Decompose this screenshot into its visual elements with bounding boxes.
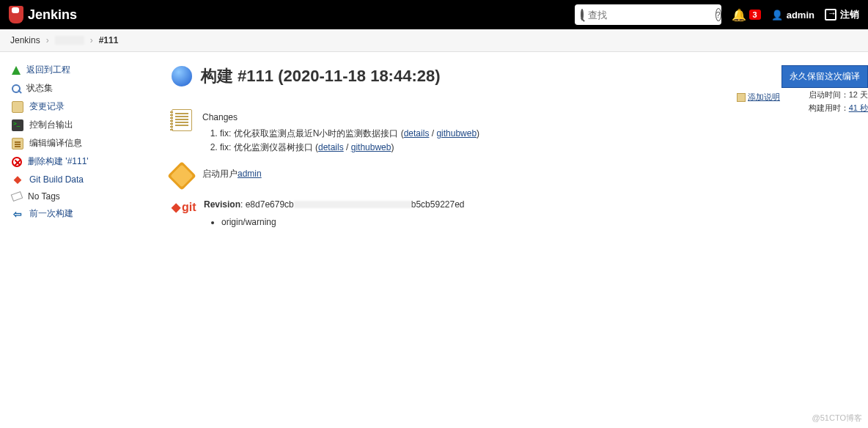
sidebar-item-status[interactable]: 状态集 <box>3 79 151 97</box>
user-link[interactable]: 👤 admin <box>771 10 814 21</box>
keep-build-button[interactable]: 永久保留这次编译 <box>781 65 868 88</box>
sidebar-item-prev[interactable]: ⇦前一次构建 <box>3 204 151 223</box>
help-icon[interactable]: ? <box>716 8 721 21</box>
logout-text: 注销 <box>840 8 859 21</box>
add-description-text: 添加说明 <box>748 92 780 103</box>
brand-text: Jenkins <box>28 7 77 23</box>
git-section: git Revision: e8d7e679cbb5cb59227ed orig… <box>172 196 850 229</box>
breadcrumb-current: #111 <box>99 35 119 45</box>
githubweb-link[interactable]: githubweb <box>436 128 477 139</box>
console-icon <box>12 119 23 131</box>
change-item: fix: 优化监测仪器树接口 (details / githubweb) <box>220 141 479 155</box>
search-input[interactable] <box>588 10 711 21</box>
build-status-icon <box>172 66 192 86</box>
notif-badge: 3 <box>749 10 761 20</box>
notes-icon <box>172 109 192 131</box>
sidebar-item-git[interactable]: ◆Git Build Data <box>3 171 151 188</box>
arrow-up-icon <box>12 66 21 75</box>
notifications[interactable]: 🔔 3 <box>732 8 761 22</box>
search-icon <box>581 9 584 21</box>
sidebar-item-back[interactable]: 返回到工程 <box>3 61 151 79</box>
chevron-right-icon: › <box>90 35 93 45</box>
details-link[interactable]: details <box>404 128 430 139</box>
user-diamond-icon <box>167 161 196 191</box>
sidebar-item-edit[interactable]: 编辑编译信息 <box>3 134 151 152</box>
git-branch: origin/warning <box>221 215 465 229</box>
chevron-right-icon: › <box>46 35 49 45</box>
sidebar-item-tags[interactable]: No Tags <box>3 188 151 204</box>
sidebar: 返回到工程 状态集 变更记录 控制台输出 编辑编译信息 删除构建 '#111' … <box>0 52 154 253</box>
git-logo-icon: git <box>172 196 194 218</box>
main-content: 构建 #111 (2020-11-18 18:44:28) 永久保留这次编译 添… <box>154 52 868 253</box>
build-meta: 启动时间：12 天 构建用时：41 秒 <box>809 89 868 114</box>
duration-link[interactable]: 41 秒 <box>849 103 868 112</box>
revision-redacted <box>294 201 411 208</box>
started-by-section: 启动用户admin <box>172 166 850 186</box>
started-user-link[interactable]: admin <box>238 169 262 179</box>
user-name: admin <box>787 10 814 21</box>
search-box[interactable]: ? <box>575 4 721 25</box>
changes-section: Changes fix: 优化获取监测点最近N小时的监测数据接口 (detail… <box>172 109 850 155</box>
delete-icon <box>12 157 22 167</box>
change-item: fix: 优化获取监测点最近N小时的监测数据接口 (details / gith… <box>220 127 479 141</box>
edit-icon <box>12 138 23 150</box>
githubweb-link[interactable]: githubweb <box>351 142 391 152</box>
status-icon <box>12 84 21 93</box>
logout-icon <box>825 9 836 21</box>
sidebar-item-console[interactable]: 控制台输出 <box>3 116 151 134</box>
arrow-left-icon: ⇦ <box>12 208 23 220</box>
jenkins-logo-icon <box>9 6 23 23</box>
details-link[interactable]: details <box>318 142 344 152</box>
person-icon: 👤 <box>771 10 783 21</box>
sidebar-item-delete[interactable]: 删除构建 '#111' <box>3 152 151 171</box>
breadcrumb-project[interactable] <box>55 36 84 45</box>
breadcrumb: Jenkins › › #111 <box>0 29 868 52</box>
changes-heading: Changes <box>202 111 479 125</box>
page-title: 构建 #111 (2020-11-18 18:44:28) <box>201 65 441 87</box>
revision-hash: e8d7e679cb <box>246 199 294 210</box>
bell-icon: 🔔 <box>732 8 746 22</box>
brand[interactable]: Jenkins <box>9 6 77 23</box>
breadcrumb-root[interactable]: Jenkins <box>10 35 40 45</box>
note-icon <box>737 93 746 102</box>
add-description-link[interactable]: 添加说明 <box>737 92 780 103</box>
sidebar-item-changes[interactable]: 变更记录 <box>3 97 151 116</box>
changes-icon <box>12 101 23 113</box>
git-icon: ◆ <box>12 174 23 185</box>
top-header: Jenkins ? 🔔 3 👤 admin 注销 <box>0 0 868 29</box>
logout-link[interactable]: 注销 <box>825 8 859 21</box>
tag-icon <box>11 191 23 202</box>
